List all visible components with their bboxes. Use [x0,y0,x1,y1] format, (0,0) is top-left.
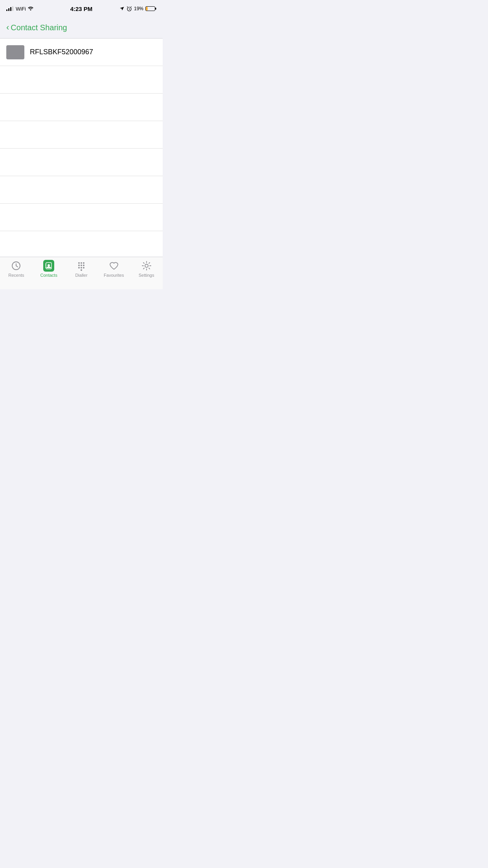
contacts-icon [43,260,54,271]
empty-row [0,66,163,94]
contacts-label: Contacts [40,273,57,278]
empty-row [0,204,163,231]
svg-point-19 [78,265,80,266]
status-left: WiFi [6,6,34,12]
contacts-icon-bg [43,260,54,272]
settings-label: Settings [139,273,154,278]
signal-bar-2 [8,8,9,11]
empty-row [0,231,163,257]
svg-point-16 [78,262,80,264]
svg-point-22 [78,267,80,268]
contact-avatar [6,45,24,59]
svg-point-18 [83,262,84,264]
svg-rect-7 [146,7,148,11]
svg-point-21 [83,265,84,266]
status-right: 19% [120,6,156,11]
svg-point-12 [48,264,50,267]
status-time: 4:23 PM [70,6,93,12]
favourites-icon [108,260,119,271]
tab-contacts[interactable]: Contacts [33,260,65,278]
dialler-icon [76,260,87,271]
svg-point-25 [81,269,82,271]
svg-point-20 [81,265,82,266]
tab-recents[interactable]: Recents [0,260,33,278]
back-chevron-icon: ‹ [6,23,9,32]
tab-settings[interactable]: Settings [130,260,163,278]
location-icon [120,6,125,11]
empty-row [0,176,163,204]
empty-row [0,94,163,121]
keypad-icon [76,261,86,271]
carrier-label: WiFi [16,6,26,12]
svg-point-24 [83,267,84,268]
nav-header: ‹ Contact Sharing [0,17,163,39]
battery-icon [145,6,156,11]
svg-point-26 [145,264,148,267]
contact-item[interactable]: RFLSBKF52000967 [0,39,163,66]
signal-bar-3 [10,7,11,11]
heart-icon [109,261,119,271]
tab-dialler[interactable]: Dialler [65,260,98,278]
settings-icon [141,260,152,271]
tab-bar: Recents Contacts [0,257,163,289]
contact-name: RFLSBKF52000967 [30,48,93,56]
svg-line-3 [127,7,128,7]
tab-favourites[interactable]: Favourites [97,260,130,278]
empty-row [0,149,163,176]
status-bar: WiFi 4:23 PM 19% [0,0,163,17]
signal-bar-1 [6,9,7,11]
favourites-label: Favourites [104,273,124,278]
empty-row [0,121,163,149]
signal-bar-4 [12,6,13,11]
battery-percent: 19% [134,6,143,11]
back-button[interactable]: ‹ Contact Sharing [6,23,67,32]
main-content: RFLSBKF52000967 [0,39,163,257]
svg-line-4 [131,7,132,7]
svg-point-23 [81,267,82,268]
contacts-svg-icon [45,262,52,269]
recents-icon [11,260,22,271]
alarm-icon [127,6,132,11]
page-title: Contact Sharing [11,23,67,32]
wifi-icon [28,6,34,11]
svg-point-17 [81,262,82,264]
svg-line-10 [16,266,18,267]
svg-rect-6 [155,8,156,10]
recents-label: Recents [8,273,24,278]
signal-bars [6,6,13,11]
clock-icon [11,261,21,271]
gear-icon [141,261,152,271]
dialler-label: Dialler [75,273,87,278]
